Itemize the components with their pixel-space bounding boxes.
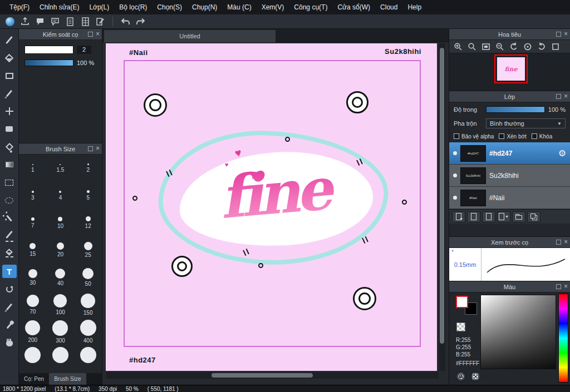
nav-settings-button[interactable]: [549, 41, 562, 52]
tool-pen[interactable]: [2, 87, 17, 100]
horizontal-scrollbar-thumb[interactable]: [212, 373, 313, 378]
menu-edit[interactable]: Chỉnh sửa(E): [35, 0, 84, 14]
menu-filter[interactable]: Bộ lọc(R): [114, 0, 152, 14]
brush-size-option[interactable]: 40: [47, 264, 75, 291]
layer-options-button[interactable]: ▼: [497, 211, 510, 222]
brush-size-option[interactable]: 150: [74, 291, 102, 318]
brush-size-option[interactable]: [19, 345, 47, 373]
layer-row-su2k8hihi[interactable]: Su2k8hihi Su2k8hihi: [449, 165, 570, 187]
brush-size-option[interactable]: 400: [74, 318, 102, 345]
add-layer-button[interactable]: +: [452, 211, 465, 222]
menu-tools[interactable]: Công cụ(T): [289, 0, 332, 14]
merge-layers-button[interactable]: [527, 211, 540, 222]
tab-brush-pen[interactable]: Cọ: Pen: [19, 373, 49, 385]
clipping-checkbox[interactable]: Xén bớt: [499, 133, 526, 140]
brush-mode-button[interactable]: [3, 16, 17, 27]
brush-size-option[interactable]: 4: [47, 182, 75, 209]
lock-checkbox[interactable]: Khóa: [532, 133, 552, 140]
delete-layer-button[interactable]: [482, 211, 495, 222]
menu-window[interactable]: Cửa sổ(W): [332, 0, 375, 14]
popout-icon[interactable]: [88, 32, 93, 37]
brush-size-option[interactable]: 3: [19, 182, 47, 209]
popout-icon[interactable]: [556, 32, 561, 37]
tool-text[interactable]: T: [2, 265, 17, 278]
tool-eraser[interactable]: [2, 51, 17, 64]
duplicate-layer-button[interactable]: [467, 211, 480, 222]
close-icon[interactable]: ×: [564, 32, 568, 37]
brush-size-option[interactable]: 5: [74, 182, 102, 209]
popout-icon[interactable]: [556, 284, 561, 289]
visibility-eye-icon[interactable]: [453, 151, 457, 155]
brush-size-option[interactable]: 300: [47, 318, 75, 345]
transparent-color-swatch[interactable]: [456, 322, 465, 331]
gear-icon[interactable]: ⚙: [558, 149, 566, 158]
brush-size-option[interactable]: 2: [74, 155, 102, 182]
comments-list-button[interactable]: [48, 16, 62, 27]
document-grid-button[interactable]: [78, 16, 92, 27]
navigator-preview[interactable]: fine: [449, 53, 570, 91]
blend-mode-dropdown[interactable]: Bình thường ▼: [486, 118, 566, 128]
tool-rotate-view[interactable]: [2, 282, 17, 296]
navigator-view-frame[interactable]: [494, 54, 528, 83]
menu-select[interactable]: Chọn(S): [152, 0, 187, 14]
menu-view[interactable]: Xem(V): [257, 0, 289, 14]
layer-row-naii[interactable]: #Naii #Naii: [449, 187, 570, 209]
tool-eyedropper[interactable]: [2, 318, 17, 331]
menu-cloud[interactable]: Cloud: [375, 0, 402, 14]
visibility-eye-icon[interactable]: [453, 196, 457, 200]
popout-icon[interactable]: [88, 146, 93, 151]
zoom-in-button[interactable]: [451, 41, 464, 52]
undo-button[interactable]: [119, 16, 132, 27]
brush-size-option[interactable]: [74, 345, 102, 373]
menu-layer[interactable]: Lớp(L): [84, 0, 114, 14]
saturation-value-picker[interactable]: [480, 295, 556, 369]
palette-button[interactable]: [456, 371, 466, 381]
brush-size-option[interactable]: 25: [74, 236, 102, 264]
hue-strip[interactable]: [558, 294, 568, 383]
tool-select-pen[interactable]: [2, 229, 17, 242]
fit-window-button[interactable]: [479, 41, 492, 52]
tool-move[interactable]: [2, 105, 17, 118]
rotate-cw-button[interactable]: [535, 41, 548, 52]
popout-icon[interactable]: [556, 240, 561, 245]
brush-size-option[interactable]: 30: [19, 264, 47, 291]
close-icon[interactable]: ×: [96, 146, 100, 151]
protect-alpha-checkbox[interactable]: Bảo vệ alpha: [454, 133, 494, 140]
brush-width-bar[interactable]: [24, 46, 73, 54]
menu-color[interactable]: Màu (C): [222, 0, 256, 14]
new-document-button[interactable]: [63, 16, 77, 27]
zoom-tool-button[interactable]: [465, 41, 478, 52]
horizontal-scrollbar[interactable]: [106, 372, 439, 379]
menu-help[interactable]: Help: [402, 0, 426, 14]
zoom-out-button[interactable]: [493, 41, 506, 52]
tool-gradient[interactable]: [2, 158, 17, 171]
brush-size-option[interactable]: 7: [19, 209, 47, 236]
brush-size-option[interactable]: 100: [47, 291, 75, 318]
layer-row-hd247[interactable]: #hd247 #hd247 ⚙: [449, 142, 570, 165]
document-edit-button[interactable]: [94, 16, 107, 27]
reset-view-button[interactable]: [521, 41, 534, 52]
brush-size-option[interactable]: 50: [74, 264, 102, 291]
menu-file[interactable]: Tệp(F): [4, 0, 35, 14]
tool-hand[interactable]: [2, 336, 17, 349]
vertical-scrollbar[interactable]: [439, 43, 445, 371]
tab-brush-size[interactable]: Brush Size: [49, 373, 86, 385]
brush-size-option[interactable]: 20: [47, 236, 75, 264]
tool-draw-pen[interactable]: [2, 300, 17, 314]
close-icon[interactable]: ×: [564, 240, 568, 245]
brush-size-option[interactable]: 15: [19, 236, 47, 264]
brush-size-option[interactable]: 12: [74, 209, 102, 236]
brush-size-option[interactable]: 200: [19, 318, 47, 345]
brush-opacity-slider[interactable]: [24, 59, 73, 66]
document-tab[interactable]: Untitled: [104, 30, 276, 42]
menu-snap[interactable]: Chụp(N): [187, 0, 222, 14]
tool-fill-rect[interactable]: [2, 122, 17, 136]
new-folder-button[interactable]: [512, 211, 525, 222]
close-icon[interactable]: ×: [564, 94, 568, 99]
close-icon[interactable]: ×: [96, 32, 100, 37]
visibility-eye-icon[interactable]: [453, 173, 457, 177]
rotate-ccw-button[interactable]: [507, 41, 520, 52]
brush-size-option[interactable]: 70: [19, 291, 47, 318]
tool-lasso[interactable]: [2, 193, 17, 207]
tool-magic-wand[interactable]: [2, 211, 17, 225]
